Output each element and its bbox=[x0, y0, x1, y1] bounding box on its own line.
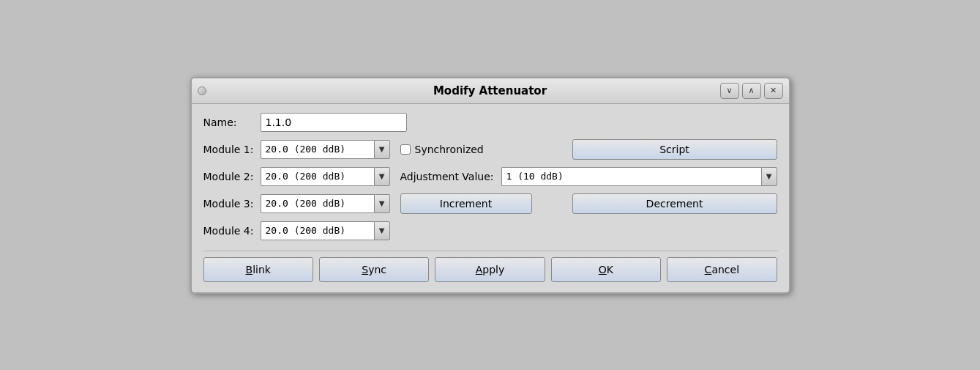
synchronized-group: Synchronized bbox=[400, 144, 484, 155]
module3-dropdown-arrow[interactable]: ▼ bbox=[374, 194, 390, 213]
module1-row: Module 1: 20.0 (200 ddB) ▼ Synchronized … bbox=[203, 139, 777, 160]
module3-row: Module 3: 20.0 (200 ddB) ▼ Increment Dec… bbox=[203, 193, 777, 214]
module2-dropdown-group: 20.0 (200 ddB) ▼ bbox=[261, 167, 390, 186]
dialog-title: Modify Attenuator bbox=[433, 84, 547, 97]
scroll-down-button[interactable]: ∨ bbox=[720, 83, 739, 99]
title-bar-controls: ∨ ∧ ✕ bbox=[720, 83, 783, 99]
window-icon bbox=[198, 86, 206, 95]
module2-row: Module 2: 20.0 (200 ddB) ▼ Adjustment Va… bbox=[203, 167, 777, 186]
blink-button[interactable]: Blink bbox=[203, 257, 313, 282]
module4-label: Module 4: bbox=[203, 225, 256, 237]
name-label: Name: bbox=[203, 116, 256, 128]
module4-row: Module 4: 20.0 (200 ddB) ▼ bbox=[203, 221, 777, 240]
module3-value: 20.0 (200 ddB) bbox=[261, 194, 374, 213]
sync-button[interactable]: Sync bbox=[319, 257, 429, 282]
module1-label: Module 1: bbox=[203, 144, 256, 155]
increment-button[interactable]: Increment bbox=[400, 193, 532, 214]
name-input[interactable] bbox=[261, 113, 407, 132]
name-row: Name: bbox=[203, 113, 777, 132]
scroll-up-button[interactable]: ∧ bbox=[742, 83, 761, 99]
module3-label: Module 3: bbox=[203, 198, 256, 210]
module3-dropdown-group: 20.0 (200 ddB) ▼ bbox=[261, 194, 390, 213]
module4-value: 20.0 (200 ddB) bbox=[261, 221, 374, 240]
module2-label: Module 2: bbox=[203, 171, 256, 182]
synchronized-label: Synchronized bbox=[415, 144, 484, 155]
ok-button[interactable]: OK bbox=[551, 257, 661, 282]
adjustment-dropdown-arrow[interactable]: ▼ bbox=[761, 167, 777, 186]
bottom-button-row: Blink Sync Apply OK Cancel bbox=[203, 251, 777, 282]
script-button[interactable]: Script bbox=[572, 139, 777, 160]
dialog-body: Name: Module 1: 20.0 (200 ddB) ▼ Synchro… bbox=[192, 104, 789, 292]
module4-dropdown-arrow[interactable]: ▼ bbox=[374, 221, 390, 240]
title-bar: Modify Attenuator ∨ ∧ ✕ bbox=[192, 78, 789, 104]
title-bar-left bbox=[198, 86, 206, 95]
close-button[interactable]: ✕ bbox=[764, 83, 783, 99]
adjustment-value: 1 (10 ddB) bbox=[501, 167, 761, 186]
module4-dropdown-group: 20.0 (200 ddB) ▼ bbox=[261, 221, 390, 240]
module1-value: 20.0 (200 ddB) bbox=[261, 140, 374, 159]
cancel-button[interactable]: Cancel bbox=[667, 257, 777, 282]
module1-dropdown-arrow[interactable]: ▼ bbox=[374, 140, 390, 159]
synchronized-checkbox[interactable] bbox=[400, 144, 411, 155]
module2-value: 20.0 (200 ddB) bbox=[261, 167, 374, 186]
adjustment-label: Adjustment Value: bbox=[400, 171, 494, 182]
module1-dropdown-group: 20.0 (200 ddB) ▼ bbox=[261, 140, 390, 159]
module2-dropdown-arrow[interactable]: ▼ bbox=[374, 167, 390, 186]
modify-attenuator-dialog: Modify Attenuator ∨ ∧ ✕ Name: Module 1: … bbox=[190, 77, 790, 294]
apply-button[interactable]: Apply bbox=[435, 257, 545, 282]
decrement-button[interactable]: Decrement bbox=[572, 193, 777, 214]
adjustment-dropdown-group: 1 (10 ddB) ▼ bbox=[501, 167, 777, 186]
